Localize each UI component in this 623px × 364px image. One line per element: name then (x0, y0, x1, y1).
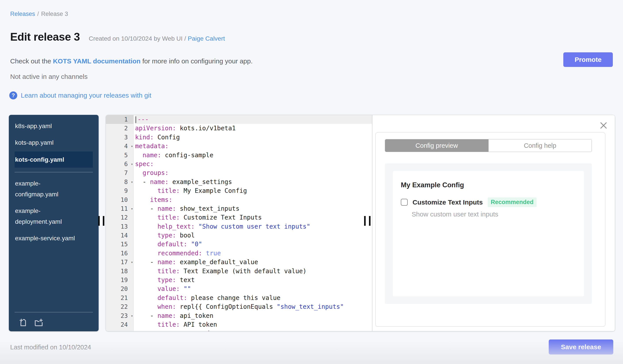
code-line[interactable]: spec: (135, 160, 372, 168)
code-line[interactable]: apiVersion: kots.io/v1beta1 (135, 124, 372, 133)
gutter-line-number: 13 (106, 222, 134, 231)
code-line[interactable]: name: config-sample (135, 151, 372, 160)
code-line[interactable]: metadata: (135, 142, 372, 151)
release-editor-page: Releases/Release 3 Edit release 3 Create… (0, 0, 623, 364)
code-token-key: name: (150, 178, 168, 185)
sidebar-file-item[interactable]: kots-app.yaml (9, 137, 99, 148)
panel-resize-handle-left[interactable] (98, 216, 100, 226)
gutter-line-number: 6▾ (106, 160, 134, 168)
created-info: Created on 10/10/2024 by Web UI / Paige … (89, 35, 225, 42)
sidebar-footer-divider (15, 312, 93, 312)
add-file-icon[interactable] (19, 318, 28, 327)
sidebar-file-item[interactable]: k8s-app.yaml (9, 121, 99, 131)
code-line[interactable]: title: My Example Config (135, 186, 372, 195)
code-token-plain (135, 294, 157, 302)
code-token-plain (135, 223, 157, 230)
code-token-plain (135, 250, 157, 257)
fold-arrow-icon[interactable]: ▾ (131, 258, 133, 267)
code-line[interactable]: value: "" (135, 284, 372, 293)
gutter-line-number: 22 (106, 302, 134, 311)
code-line[interactable]: recommended: true (135, 249, 372, 258)
panel-resize-handle-right[interactable] (364, 216, 366, 226)
code-token-plain: - (135, 205, 157, 212)
code-line[interactable]: - name: api_token (135, 311, 372, 320)
code-token-key: metadata: (135, 142, 169, 150)
code-line[interactable]: title: Customize Text Inputs (135, 213, 372, 222)
created-author-link[interactable]: Paige Calvert (188, 35, 225, 42)
customize-text-inputs-checkbox[interactable] (401, 199, 408, 206)
sidebar-file-label: kots-config.yaml (15, 154, 64, 165)
config-item-row: Customize Text Inputs Recommended (401, 198, 584, 207)
code-line[interactable]: default: please change this value (135, 294, 372, 302)
code-line[interactable]: - name: example_default_value (135, 258, 372, 267)
code-token-key: title: (157, 214, 180, 221)
gutter-line-number: 2 (106, 124, 134, 133)
code-line[interactable]: title: Text Example (with default value) (135, 267, 372, 276)
code-token-bool: true (206, 250, 221, 257)
breadcrumb: Releases/Release 3 (10, 11, 68, 18)
fold-arrow-icon[interactable]: ▾ (131, 178, 133, 186)
gutter-line-number: 4▾ (106, 142, 134, 151)
promote-button[interactable]: Promote (563, 52, 613, 67)
code-line[interactable]: groups: (135, 168, 372, 177)
gutter-line-number: 9 (106, 186, 134, 195)
created-text: Created on 10/10/2024 by Web UI / (89, 35, 186, 42)
fold-arrow-icon[interactable]: ▾ (131, 204, 133, 213)
kots-yaml-docs-link[interactable]: KOTS YAML documentation (53, 58, 140, 65)
sidebar-file-item[interactable]: kots-config.yaml (15, 152, 93, 168)
code-line[interactable]: default: "0" (135, 240, 372, 249)
code-token-plain: example_default_value (176, 258, 258, 266)
panel-resize-handle-right[interactable] (369, 216, 371, 226)
code-token-plain: config-sample (161, 152, 213, 159)
fold-arrow-icon[interactable]: ▾ (131, 160, 133, 168)
breadcrumb-current: Release 3 (41, 11, 68, 17)
sidebar-file-item[interactable]: example-configmap.yaml (9, 178, 99, 200)
config-preview-card: Config previewConfig help My Example Con… (375, 132, 605, 327)
code-line[interactable]: type: password (135, 329, 372, 331)
code-line[interactable]: kind: Config (135, 133, 372, 142)
tab-config-preview[interactable]: Config preview (385, 139, 488, 152)
code-token-plain: password (176, 330, 210, 331)
code-token-plain: show_text_inputs (176, 205, 239, 212)
sidebar-file-item[interactable]: example-deployment.yaml (9, 205, 99, 227)
fold-arrow-icon[interactable]: ▾ (131, 142, 133, 151)
editor-card: 1234▾56▾78▾91011▾121314151617▾1819202122… (106, 115, 615, 331)
code-token-string: "0" (191, 241, 202, 248)
sidebar-file-item[interactable]: example-service.yaml (9, 233, 99, 244)
config-preview-tabs: Config previewConfig help (385, 139, 592, 152)
code-token-key: help_text: (157, 223, 195, 230)
breadcrumb-releases-link[interactable]: Releases (10, 11, 35, 17)
gutter-line-number: 21 (106, 294, 134, 302)
code-line[interactable]: type: bool (135, 231, 372, 240)
bottom-fade (0, 340, 623, 364)
code-line[interactable]: title: API token (135, 320, 372, 329)
gutter-line-number: 14 (106, 231, 134, 240)
code-line[interactable]: - name: example_settings (135, 178, 372, 186)
gutter-line-number: 25 (106, 329, 134, 331)
editor-gutter: 1234▾56▾78▾91011▾121314151617▾1819202122… (106, 115, 134, 331)
code-token-plain: api_token (176, 312, 213, 319)
tab-config-help[interactable]: Config help (488, 139, 592, 152)
code-token-plain: Text Example (with default value) (180, 267, 306, 275)
code-line[interactable]: --- (135, 115, 372, 124)
sidebar-file-label: kots-app.yaml (15, 137, 53, 148)
code-token-plain: - (135, 258, 157, 266)
code-line[interactable]: - name: show_text_inputs (135, 204, 372, 213)
code-line[interactable]: when: repl{{ ConfigOptionEquals "show_te… (135, 302, 372, 311)
code-token-plain: - (135, 312, 157, 319)
panel-resize-handle-left[interactable] (103, 216, 104, 226)
yaml-editor[interactable]: 1234▾56▾78▾91011▾121314151617▾1819202122… (106, 115, 372, 331)
add-folder-icon[interactable] (34, 318, 43, 327)
sidebar-file-label: example-service.yaml (15, 233, 75, 244)
fold-arrow-icon[interactable]: ▾ (131, 311, 133, 320)
editor-code-area[interactable]: ---apiVersion: kots.io/v1beta1kind: Conf… (134, 115, 372, 331)
code-token-plain (135, 196, 150, 203)
git-releases-help-link[interactable]: Learn about managing your releases with … (21, 92, 151, 99)
code-line[interactable]: items: (135, 196, 372, 204)
code-line[interactable]: type: text (135, 276, 372, 284)
code-line[interactable]: help_text: "Show custom user text inputs… (135, 222, 372, 231)
gutter-line-number: 17▾ (106, 258, 134, 267)
close-icon[interactable] (599, 121, 608, 130)
gutter-line-number: 15 (106, 240, 134, 249)
gutter-line-number: 7 (106, 168, 134, 177)
